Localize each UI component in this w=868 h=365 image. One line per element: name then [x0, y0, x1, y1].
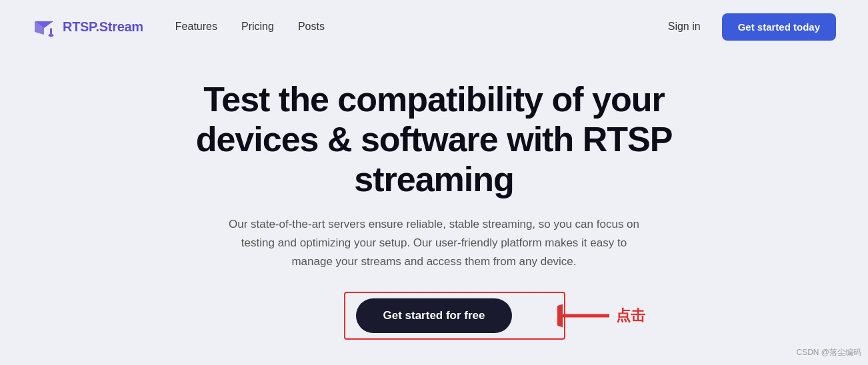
- nav-item-pricing[interactable]: Pricing: [241, 21, 274, 33]
- navbar: RTSP.Stream Features Pricing Posts Sign …: [0, 0, 868, 53]
- hero-section: Test the compatibility of your devices &…: [0, 53, 868, 365]
- sign-in-link[interactable]: Sign in: [668, 21, 701, 33]
- annotation-arrow-icon: [557, 302, 611, 329]
- hero-title: Test the compatibility of your devices &…: [174, 80, 694, 199]
- svg-rect-2: [50, 28, 52, 35]
- nav-item-posts[interactable]: Posts: [298, 21, 325, 33]
- logo-text: RTSP.Stream: [63, 19, 143, 35]
- cta-wrapper: Get started for free 点击: [356, 298, 511, 333]
- annotation: 点击: [557, 302, 645, 329]
- nav-cta-button[interactable]: Get started today: [722, 13, 836, 41]
- nav-left: RTSP.Stream Features Pricing Posts: [32, 15, 325, 39]
- nav-item-features[interactable]: Features: [175, 21, 217, 33]
- nav-links: Features Pricing Posts: [175, 21, 325, 33]
- hero-subtitle: Our state-of-the-art servers ensure reli…: [221, 215, 647, 271]
- nav-right: Sign in Get started today: [668, 13, 836, 41]
- watermark: CSDN @落尘编码: [796, 347, 861, 358]
- svg-point-3: [49, 34, 54, 37]
- annotation-click-text: 点击: [616, 306, 645, 326]
- logo-icon: [32, 15, 56, 39]
- hero-cta-button[interactable]: Get started for free: [356, 298, 511, 333]
- logo[interactable]: RTSP.Stream: [32, 15, 143, 39]
